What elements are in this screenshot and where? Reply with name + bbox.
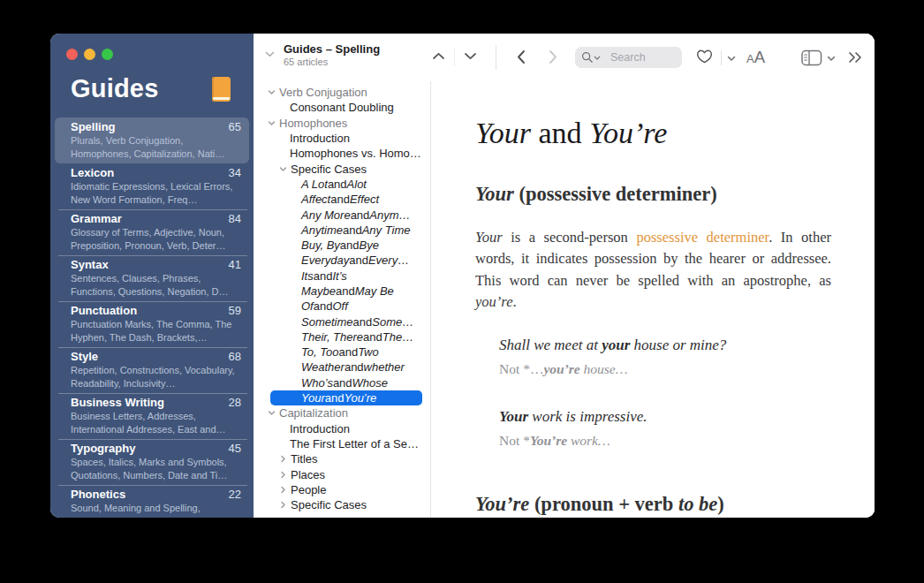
outline-item[interactable]: Who’s and Whose: [254, 375, 430, 390]
sidebar-item-lexicon[interactable]: Lexicon34Idiomatic Expressions, Lexical …: [50, 163, 254, 209]
previous-article-button[interactable]: [432, 52, 445, 60]
outline-item[interactable]: Everyday and Every…: [254, 253, 430, 268]
text-size-button[interactable]: AA: [746, 48, 765, 67]
outline-item-selected[interactable]: Your and You’re: [270, 390, 422, 405]
example-incorrect-note: Not *…you’re house…: [499, 360, 831, 378]
example-sentence: Your work is impressive.: [499, 407, 831, 427]
item-title: Grammar: [71, 212, 122, 226]
outline-item[interactable]: Introduction: [254, 421, 430, 436]
toolbar: Guides – Spelling 65 articles: [254, 34, 875, 81]
item-count-badge: 22: [229, 488, 241, 502]
article-content: Your and You’re Your (possessive determi…: [431, 81, 875, 518]
item-title: Spelling: [71, 120, 116, 134]
inline-link[interactable]: possessive determiner: [636, 229, 769, 246]
item-subtitle: Sentences, Clauses, Phrases, Functions, …: [71, 272, 241, 298]
outline-item[interactable]: Specific Cases: [254, 161, 430, 176]
favorite-heart-button[interactable]: [696, 49, 713, 64]
guide-category-list: Spelling65Plurals, Verb Conjugation, Hom…: [50, 117, 254, 518]
search-scope-chevron-icon[interactable]: [594, 56, 601, 61]
outline-item[interactable]: Introduction: [254, 131, 430, 146]
toolbar-overflow-button[interactable]: [848, 51, 863, 64]
item-title: Punctuation: [71, 304, 137, 318]
outline-item[interactable]: Sometime and Some…: [254, 314, 430, 329]
item-subtitle: Spaces, Italics, Marks and Symbols, Quot…: [71, 456, 241, 481]
article-outline: Verb ConjugationConsonant DoublingHomoph…: [254, 81, 431, 518]
outline-group[interactable]: Verb Conjugation: [254, 85, 430, 100]
divider: [496, 45, 496, 70]
item-subtitle: Punctuation Marks, The Comma, The Hyphen…: [71, 318, 241, 344]
sidebar-item-grammar[interactable]: Grammar84Glossary of Terms, Adjective, N…: [50, 209, 254, 255]
item-subtitle: Glossary of Terms, Adjective, Noun, Prep…: [71, 226, 241, 252]
sidebar-item-syntax[interactable]: Syntax41Sentences, Clauses, Phrases, Fun…: [50, 255, 254, 301]
outline-item[interactable]: Anytime and Any Time: [254, 223, 430, 238]
outline-item[interactable]: Titles: [254, 451, 430, 466]
favorites-menu-chevron-icon[interactable]: [727, 56, 736, 62]
outline-item[interactable]: A Lot and Alot: [254, 177, 430, 192]
window-controls: [66, 49, 113, 60]
item-count-badge: 59: [229, 304, 241, 318]
outline-collapse-chevron-icon[interactable]: [265, 51, 275, 58]
disclosure-chevron-down-icon[interactable]: [266, 88, 277, 96]
outline-item[interactable]: Affect and Effect: [254, 192, 430, 207]
outline-item[interactable]: Weather and whether: [254, 360, 430, 375]
back-button[interactable]: [516, 49, 526, 64]
outline-group[interactable]: Capitalization: [254, 405, 430, 420]
divider: [454, 49, 455, 66]
layout-toggle-button[interactable]: [801, 49, 822, 66]
sidebar-item-style[interactable]: Style68Repetition, Constructions, Vocabu…: [50, 347, 254, 393]
disclosure-chevron-right-icon[interactable]: [277, 501, 289, 509]
search-field[interactable]: [575, 47, 682, 68]
layout-menu-chevron-icon[interactable]: [827, 56, 836, 62]
outline-item[interactable]: The First Letter of a Se…: [254, 436, 430, 451]
outline-item[interactable]: Consonant Doubling: [254, 100, 430, 115]
outline-item[interactable]: Places: [254, 466, 430, 481]
sidebar-item-punctuation[interactable]: Punctuation59Punctuation Marks, The Comm…: [50, 301, 254, 347]
disclosure-chevron-right-icon[interactable]: [277, 455, 289, 463]
disclosure-chevron-down-icon[interactable]: [266, 119, 277, 127]
item-title: Style: [71, 350, 98, 364]
outline-item[interactable]: Buy, By and Bye: [254, 238, 430, 253]
disclosure-chevron-down-icon[interactable]: [266, 409, 277, 417]
disclosure-chevron-right-icon[interactable]: [277, 471, 289, 479]
main-area: Guides – Spelling 65 articles: [254, 34, 875, 518]
outline-item[interactable]: Of and Off: [254, 299, 430, 314]
item-subtitle: Repetition, Constructions, Vocabulary, R…: [71, 364, 241, 390]
disclosure-chevron-down-icon[interactable]: [277, 165, 289, 173]
search-icon: [581, 51, 594, 64]
search-input[interactable]: [610, 47, 677, 68]
sidebar-item-business-writing[interactable]: Business Writing28Business Letters, Addr…: [50, 393, 254, 439]
section-heading-your: Your (possessive determiner): [475, 183, 831, 206]
sidebar-item-spelling[interactable]: Spelling65Plurals, Verb Conjugation, Hom…: [55, 117, 249, 163]
item-subtitle: Sound, Meaning and Spelling,: [71, 502, 241, 515]
outline-group[interactable]: Homophones: [254, 116, 430, 131]
outline-item[interactable]: Maybe and May Be: [254, 284, 430, 299]
outline-item[interactable]: Any More and Anym…: [254, 207, 430, 222]
sidebar-item-typography[interactable]: Typography45Spaces, Italics, Marks and S…: [50, 439, 254, 485]
outline-item[interactable]: Homophones vs. Homo…: [254, 146, 430, 161]
desktop-background: Guides Spelling65Plurals, Verb Conjugati…: [0, 0, 924, 583]
close-window-button[interactable]: [66, 49, 78, 60]
outline-header-subtitle: 65 articles: [284, 57, 380, 68]
outline-item[interactable]: Their, There and The…: [254, 329, 430, 344]
item-title: Lexicon: [71, 166, 114, 180]
article-title: Your and You’re: [475, 117, 831, 150]
sidebar-header: Guides: [71, 74, 242, 103]
item-title: Typography: [71, 442, 135, 456]
app-window: Guides Spelling65Plurals, Verb Conjugati…: [50, 34, 875, 518]
next-article-button[interactable]: [464, 52, 477, 60]
zoom-window-button[interactable]: [102, 49, 113, 60]
item-count-badge: 41: [229, 258, 241, 272]
outline-item[interactable]: Specific Cases: [254, 497, 430, 512]
item-count-badge: 45: [229, 442, 241, 456]
section-heading-youre: You’re (pronoun + verb to be): [475, 493, 831, 516]
outline-item[interactable]: To, Too and Two: [254, 344, 430, 360]
divider: [721, 50, 722, 65]
item-count-badge: 84: [229, 212, 241, 226]
minimize-window-button[interactable]: [84, 49, 95, 60]
outline-item[interactable]: People: [254, 482, 430, 497]
disclosure-chevron-right-icon[interactable]: [277, 486, 289, 494]
sidebar-item-phonetics[interactable]: Phonetics22Sound, Meaning and Spelling,: [50, 485, 254, 518]
outline-item[interactable]: Its and It’s: [254, 269, 430, 284]
forward-button[interactable]: [549, 49, 558, 64]
item-subtitle: Idiomatic Expressions, Lexical Errors, N…: [71, 180, 241, 206]
